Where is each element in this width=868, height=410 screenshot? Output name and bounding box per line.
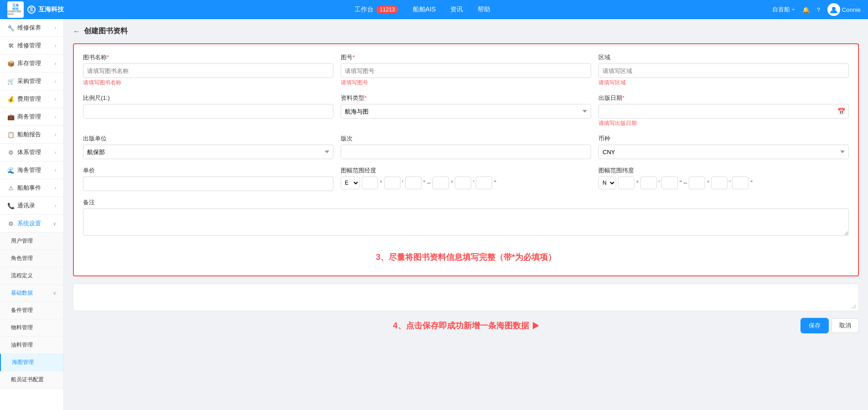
edition-field: 版次 bbox=[341, 135, 591, 159]
material-type-select[interactable]: 航海与图 其他 bbox=[341, 104, 591, 119]
sidebar-item-tongxun-lu[interactable]: 📞 通讯录 › bbox=[0, 197, 63, 215]
lon-direction-select[interactable]: E W bbox=[341, 176, 360, 189]
calendar-icon[interactable]: 📅 bbox=[837, 108, 845, 115]
page-header: ← 创建图书资料 bbox=[73, 26, 859, 36]
publisher-select[interactable]: 航保部 其他 bbox=[83, 145, 333, 159]
form-row-5: 备注 bbox=[83, 198, 849, 237]
save-button[interactable]: 保存 bbox=[801, 319, 828, 332]
lon-deg2-input[interactable] bbox=[432, 176, 449, 189]
main-content: ← 创建图书资料 图书名称* 请填写图书名称 图号* bbox=[64, 19, 868, 410]
edition-label: 版次 bbox=[341, 135, 591, 143]
sidebar-item-tixi-guanli[interactable]: ⚙ 体系管理 › bbox=[0, 144, 63, 161]
unit-price-field: 单价 bbox=[83, 166, 333, 191]
region-hint: 请填写区域 bbox=[598, 79, 849, 87]
nav-vessel-ais[interactable]: 船舶AIS bbox=[413, 5, 436, 14]
material-type-label: 资料类型* bbox=[341, 94, 591, 102]
publisher-field: 出版单位 航保部 其他 bbox=[83, 135, 333, 159]
sidebar-item-beijian-guanli[interactable]: 备件管理 bbox=[0, 302, 63, 319]
latitude-field: 图幅范围纬度 N S ° ' " -- ° bbox=[598, 166, 849, 191]
lat-direction-select[interactable]: N S bbox=[598, 176, 616, 189]
arrow-right-icon bbox=[533, 322, 539, 329]
remarks-label: 备注 bbox=[83, 198, 849, 207]
lon-sec1-input[interactable] bbox=[405, 176, 421, 189]
lat-deg1-input[interactable] bbox=[618, 176, 634, 189]
chevron-icon: › bbox=[55, 43, 56, 48]
publisher-label: 出版单位 bbox=[83, 135, 333, 143]
nav-help[interactable]: 帮助 bbox=[478, 5, 490, 14]
event-icon: ⚠ bbox=[7, 184, 15, 192]
chart-no-input[interactable] bbox=[341, 63, 591, 78]
book-name-input[interactable] bbox=[83, 63, 333, 78]
logo-box: 互海科技 OCEAN LINK TECH bbox=[7, 1, 24, 18]
bottom-content-area: ⊿ bbox=[73, 284, 859, 311]
user-avatar[interactable]: Connie bbox=[827, 3, 861, 16]
sidebar-item-haiwu-guanli[interactable]: 🌊 海务管理 › bbox=[0, 161, 63, 179]
sidebar-item-liucheng-dingyi[interactable]: 流程定义 bbox=[0, 267, 63, 285]
logo-area: 互海科技 OCEAN LINK TECH 互 互海科技 bbox=[7, 1, 64, 18]
lat-deg2-input[interactable] bbox=[689, 176, 705, 189]
sidebar-item-feiyong-guanli[interactable]: 💰 费用管理 › bbox=[0, 90, 63, 108]
scale-input[interactable] bbox=[83, 104, 333, 119]
svg-point-0 bbox=[832, 7, 836, 10]
currency-select[interactable]: CNY USD EUR bbox=[598, 145, 849, 159]
currency-label: 币种 bbox=[598, 135, 849, 143]
cart-icon: 🛒 bbox=[7, 78, 15, 85]
nav-news[interactable]: 资讯 bbox=[450, 5, 463, 14]
chevron-icon: › bbox=[55, 97, 56, 102]
sidebar-item-yonghu-guanli[interactable]: 用户管理 bbox=[0, 233, 63, 250]
chevron-icon: › bbox=[55, 203, 56, 208]
longitude-coord-row: E W ° ' " -- ° ' bbox=[341, 176, 591, 189]
sidebar-item-caigou-guanli[interactable]: 🛒 采购管理 › bbox=[0, 73, 63, 90]
nav-center: 工作台 11213 船舶AIS 资讯 帮助 bbox=[73, 5, 772, 14]
sidebar-item-youqi-guanli[interactable]: 油料管理 bbox=[0, 337, 63, 354]
sidebar-item-kucun-guanli[interactable]: 📦 库存管理 › bbox=[0, 55, 63, 73]
cancel-button[interactable]: 取消 bbox=[832, 318, 859, 333]
chevron-icon: › bbox=[55, 26, 56, 31]
form-row-3: 出版单位 航保部 其他 版次 币种 CNY USD EUR bbox=[83, 135, 849, 159]
tool-icon: 🛠 bbox=[7, 42, 15, 49]
lat-min1-input[interactable] bbox=[640, 176, 657, 189]
chevron-icon: › bbox=[55, 79, 56, 84]
lat-sec2-input[interactable] bbox=[732, 176, 748, 189]
sidebar-item-chuanbo-baogao[interactable]: 📋 船舶报告 › bbox=[0, 126, 63, 144]
sidebar-item-wucai-guanli[interactable]: 物料管理 bbox=[0, 319, 63, 337]
back-button[interactable]: ← bbox=[73, 27, 80, 36]
nav-workbench[interactable]: 工作台 11213 bbox=[354, 5, 398, 14]
publish-date-input[interactable] bbox=[598, 104, 849, 119]
chevron-icon: › bbox=[55, 132, 56, 137]
logo-icon-top: 互海科技 bbox=[12, 4, 19, 10]
material-type-field: 资料类型* 航海与图 其他 bbox=[341, 94, 591, 127]
sidebar-sub-xitong: 用户管理 角色管理 流程定义 基础数据 ∨ 备件管理 物料管理 油料管理 bbox=[0, 233, 63, 389]
annotation-3: 3、尽量将图书资料信息填写完整（带*为必填项） bbox=[83, 244, 849, 266]
vessel-selector[interactable]: 自首船 ÷ bbox=[772, 5, 795, 14]
chevron-down-icon: ∨ bbox=[53, 291, 56, 296]
book-name-field: 图书名称* 请填写图书名称 bbox=[83, 53, 333, 87]
top-navigation: 互海科技 OCEAN LINK TECH 互 互海科技 工作台 11213 船舶… bbox=[0, 0, 868, 19]
sidebar-item-weixiu-guanli[interactable]: 🛠 维修管理 › bbox=[0, 37, 63, 55]
lat-sec1-input[interactable] bbox=[661, 176, 678, 189]
lon-deg1-input[interactable] bbox=[362, 176, 378, 189]
unit-price-input[interactable] bbox=[83, 176, 333, 191]
sidebar-item-chuanbo-shijian[interactable]: ⚠ 船舶事件 › bbox=[0, 179, 63, 197]
form-row-2: 比例尺(1:) 资料类型* 航海与图 其他 出版日期* bbox=[83, 94, 849, 127]
notification-bell[interactable]: 🔔 bbox=[802, 6, 810, 13]
help-icon[interactable]: ? bbox=[817, 6, 820, 13]
sidebar-item-weixiu-baoyang[interactable]: 🔧 维修保养 › bbox=[0, 19, 63, 37]
book-name-hint: 请填写图书名称 bbox=[83, 79, 333, 87]
sidebar-item-xitong-shezhi[interactable]: ⚙ 系统设置 ∨ bbox=[0, 215, 63, 233]
chart-no-field: 图号* 请填写图号 bbox=[341, 53, 591, 87]
lon-sec2-input[interactable] bbox=[476, 176, 492, 189]
sidebar-item-haitu-guanli[interactable]: 海图管理 bbox=[0, 354, 63, 371]
remarks-textarea[interactable] bbox=[83, 208, 849, 236]
sidebar-item-shangwu-guanli[interactable]: 💼 商务管理 › bbox=[0, 108, 63, 126]
logo-icon-bottom: OCEAN LINK TECH bbox=[7, 10, 24, 16]
lon-min1-input[interactable] bbox=[384, 176, 400, 189]
sidebar-item-jichushuju[interactable]: 基础数据 ∨ bbox=[0, 285, 63, 302]
edition-input[interactable] bbox=[341, 145, 591, 159]
brand-name: 互 互海科技 bbox=[27, 5, 64, 14]
sidebar-item-chuanyuan-zhengshu[interactable]: 船员证书配置 bbox=[0, 371, 63, 389]
sidebar-item-juese-guanli[interactable]: 角色管理 bbox=[0, 250, 63, 267]
region-input[interactable] bbox=[598, 63, 849, 78]
lat-min2-input[interactable] bbox=[711, 176, 728, 189]
lon-min2-input[interactable] bbox=[455, 176, 471, 189]
